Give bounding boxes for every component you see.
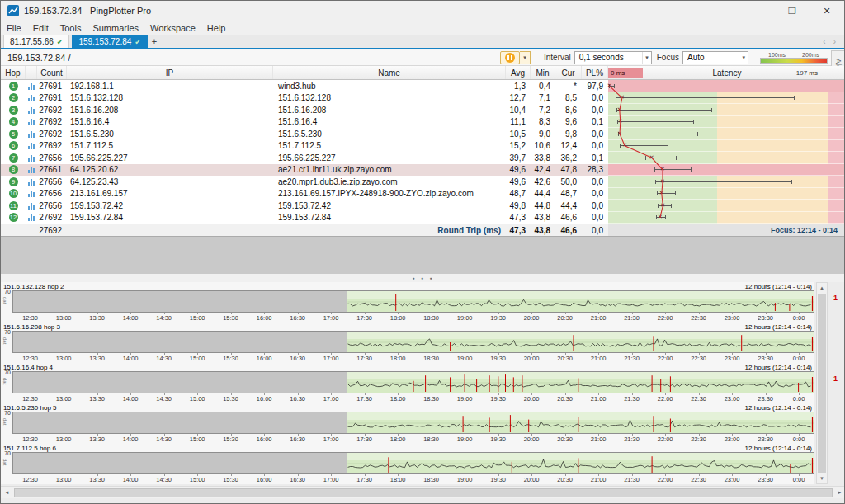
time-label: 12:30 [22, 436, 38, 443]
tab-81-17-55-66[interactable]: 81.17.55.66 ✔ [3, 35, 69, 48]
horizontal-scroll-thumb[interactable] [14, 488, 833, 497]
hop-row-6[interactable]: 627692151.7.112.5151.7.112.515,210,612,4… [1, 140, 845, 153]
time-label: 19:30 [490, 314, 506, 322]
menu-edit[interactable]: Edit [27, 23, 54, 33]
menu-file[interactable]: File [1, 23, 27, 33]
time-label: 21:30 [624, 314, 640, 322]
time-label: 17:00 [323, 476, 339, 483]
name-cell: 151.7.112.5 [273, 141, 506, 150]
timeline-toggle-cell[interactable] [26, 214, 37, 221]
timeline-toggle-cell[interactable] [26, 166, 37, 173]
minimize-button[interactable]: — [740, 1, 775, 21]
menu-summaries[interactable]: Summaries [87, 23, 144, 33]
focus-range-label: Focus: 12:14 - 0:14 [608, 224, 845, 236]
col-header-pl[interactable]: PL% [582, 66, 608, 79]
app-icon [7, 5, 19, 16]
hop-row-12[interactable]: 1227692159.153.72.84159.153.72.8447,343,… [1, 212, 845, 224]
col-header-min[interactable]: Min [531, 66, 555, 79]
scroll-left-icon[interactable]: ◂ [1, 489, 13, 496]
sum-min: 43,8 [531, 226, 555, 235]
close-button[interactable]: ✕ [810, 1, 844, 21]
col-header-hop[interactable]: Hop [1, 66, 26, 79]
timeline-toggle-cell[interactable] [26, 130, 37, 138]
ip-cell: 64.125.23.43 [67, 177, 273, 186]
time-label: 0:00 [793, 395, 805, 403]
interval-select[interactable]: 0,1 seconds ▾ [574, 51, 652, 64]
menu-help[interactable]: Help [201, 23, 232, 33]
time-label: 16:30 [290, 476, 305, 483]
hop-row-1[interactable]: 127691192.168.1.1wind3.hub1,30,4*97,9✕ [1, 80, 845, 92]
ip-cell: 195.66.225.227 [67, 153, 273, 163]
timeline-toggle-cell[interactable] [26, 154, 37, 162]
avg-cell: 48,7 [506, 189, 531, 198]
horizontal-scrollbar[interactable]: ◂ ▸ [1, 486, 845, 498]
hop-row-4[interactable]: 427692151.6.16.4151.6.16.411,18,39,60,1✕ [1, 116, 845, 129]
time-label: 21:30 [624, 476, 640, 483]
tab-scroll-right-icon[interactable]: › [833, 37, 836, 46]
menu-tools[interactable]: Tools [54, 23, 87, 33]
col-header-name[interactable]: Name [273, 66, 506, 79]
new-tab-button[interactable]: + [148, 35, 161, 48]
timeline-toggle-cell[interactable] [26, 178, 37, 186]
maximize-button[interactable]: ❐ [775, 1, 810, 21]
col-header-count[interactable]: Count [37, 66, 67, 79]
scroll-up-icon[interactable]: ▲ [817, 283, 827, 293]
hop-cell: 12 [1, 213, 26, 222]
min-cell: 33,8 [531, 153, 555, 163]
hop-row-5[interactable]: 527692151.6.5.230151.6.5.23010,59,09,80,… [1, 128, 845, 140]
hop-cell: 8 [1, 165, 26, 174]
time-label: 14:30 [156, 395, 172, 403]
timeline-plot[interactable] [12, 412, 814, 434]
time-label: 13:00 [56, 355, 72, 362]
col-header-icon [26, 66, 37, 79]
bar-chart-icon [26, 142, 37, 149]
timeline-plot[interactable] [12, 331, 814, 353]
timeline-toggle-cell[interactable] [26, 142, 37, 149]
col-header-cur[interactable]: Cur [555, 66, 582, 79]
timeline-toggle-cell[interactable] [26, 94, 37, 101]
focus-select[interactable]: Auto ▾ [682, 51, 748, 64]
scroll-right-icon[interactable]: ▸ [833, 489, 845, 496]
target-address[interactable]: 159.153.72.84 / [7, 53, 70, 63]
timeline-graph-header: 151.7.112.5 hop 612 hours (12:14 - 0:14) [1, 444, 814, 452]
hop-row-9[interactable]: 92765664.125.23.43ae20.mpr1.dub3.ie.zip.… [1, 176, 845, 188]
round-trip-label: Round Trip (ms) [273, 226, 506, 235]
time-label: 12:30 [22, 314, 38, 322]
timeline-y-axis: 70dat [1, 412, 12, 434]
hop-row-10[interactable]: 1027656213.161.69.157213.161.69.157.IPYX… [1, 188, 845, 200]
timeline-toggle-cell[interactable] [26, 190, 37, 197]
col-header-ip[interactable]: IP [67, 66, 273, 79]
time-label: 18:00 [390, 314, 406, 322]
round-trip-summary-row[interactable]: 27692 Round Trip (ms) 47,3 43,8 46,6 0,0… [1, 224, 845, 236]
col-header-avg[interactable]: Avg [506, 66, 531, 79]
cur-cell: 44,4 [555, 201, 582, 210]
time-label: 21:00 [591, 476, 607, 483]
timeline-vertical-scrollbar[interactable]: ▲ ▼ [816, 282, 828, 484]
hop-row-7[interactable]: 727656195.66.225.227195.66.225.22739,733… [1, 152, 845, 164]
timeline-time-axis: 12:3013:0013:3014:0014:3015:0015:3016:00… [12, 353, 814, 362]
tab-scroll-left-icon[interactable]: ‹ [823, 37, 825, 46]
tab-159-153-72-84[interactable]: 159.153.72.84 ✔ [72, 35, 148, 48]
timeline-toggle-cell[interactable] [26, 106, 37, 114]
hop-row-11[interactable]: 1127656159.153.72.42159.153.72.4249,844,… [1, 200, 845, 212]
scroll-down-icon[interactable]: ▼ [817, 473, 827, 483]
time-label: 18:00 [390, 476, 406, 483]
latency-graph-cell: ✕ [608, 176, 845, 188]
timeline-toggle-cell[interactable] [26, 82, 37, 90]
hop-row-3[interactable]: 327692151.6.16.208151.6.16.20810,47,28,6… [1, 104, 845, 116]
timeline-plot[interactable] [12, 290, 814, 313]
menu-workspace[interactable]: Workspace [144, 23, 201, 33]
pause-button[interactable] [500, 51, 520, 64]
hop-row-2[interactable]: 227691151.6.132.128151.6.132.12812,77,18… [1, 92, 845, 105]
vertical-scroll-thumb[interactable] [818, 294, 826, 473]
timeline-toggle-cell[interactable] [26, 202, 37, 210]
splitter-handle[interactable]: ● ● ● [1, 274, 845, 282]
count-cell: 27691 [37, 82, 67, 91]
hop-row-8[interactable]: 82766164.125.20.62ae21.cr1.lhr11.uk.zip.… [1, 164, 845, 177]
timeline-plot[interactable] [12, 452, 814, 474]
timeline-toggle-cell[interactable] [26, 118, 37, 125]
time-label: 13:30 [89, 436, 105, 443]
timeline-plot[interactable] [12, 371, 814, 393]
time-label: 23:30 [758, 436, 773, 443]
pause-dropdown-button[interactable]: ▾ [520, 51, 531, 64]
